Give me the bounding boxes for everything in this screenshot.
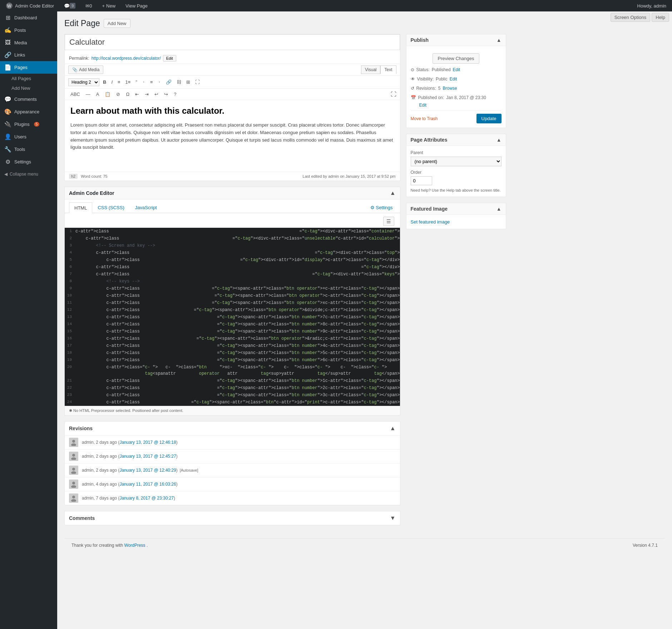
- text-color-btn[interactable]: A: [94, 90, 102, 98]
- link-btn[interactable]: 🔗: [164, 78, 174, 86]
- hr-btn[interactable]: —: [84, 90, 93, 98]
- add-new-btn[interactable]: Add New: [104, 19, 130, 28]
- sidebar-item-settings[interactable]: ⚙ Settings: [0, 156, 57, 168]
- update-btn[interactable]: Update: [476, 114, 501, 123]
- sidebar-item-links[interactable]: 🔗 Links: [0, 49, 57, 61]
- paste-btn[interactable]: 📋: [103, 90, 113, 98]
- code-tab-js[interactable]: JavaScript: [130, 202, 162, 213]
- visual-tab[interactable]: Visual: [361, 65, 380, 74]
- code-tab-html[interactable]: HTML: [69, 202, 92, 213]
- dashboard-icon: ⊞: [4, 14, 11, 21]
- comments-btn[interactable]: 💬 9: [61, 0, 78, 11]
- sidebar-item-tools[interactable]: 🔧 Tools: [0, 143, 57, 156]
- trash-link[interactable]: Move to Trash: [411, 116, 438, 121]
- set-featured-image-link[interactable]: Set featured image: [411, 219, 450, 225]
- insert-btn[interactable]: ⊞: [184, 78, 192, 86]
- revision-item: admin, 2 days ago (January 13, 2017 @ 12…: [65, 449, 400, 463]
- featured-image-collapse-btn[interactable]: ▲: [496, 206, 501, 212]
- visibility-edit-link[interactable]: Edit: [450, 77, 457, 82]
- permalink-url[interactable]: http://local.wordpress.dev/calculator/: [92, 56, 161, 61]
- svg-point-7: [71, 471, 76, 474]
- code-editor-settings-btn[interactable]: ⚙ Settings: [367, 202, 396, 213]
- admin-menu: ⊞ Dashboard ✍ Posts 🖼 Media 🔗 Links 📄 Pa…: [0, 11, 57, 629]
- publish-panel: Publish ▲ Preview Changes ⊙ Status: Publ…: [406, 34, 506, 128]
- revisions-list: admin, 2 days ago (January 13, 2017 @ 12…: [65, 435, 400, 505]
- undo-btn[interactable]: ↩: [152, 90, 160, 98]
- code-editor-collapse-btn[interactable]: ▲: [390, 190, 396, 196]
- publish-actions: Move to Trash Update: [411, 110, 501, 123]
- footer-version: Version 4.7.1: [633, 543, 658, 548]
- ordered-list-btn[interactable]: 1≡: [123, 78, 133, 86]
- sidebar-item-comments[interactable]: 💬 Comments: [0, 93, 57, 105]
- site-name[interactable]: W Admin Code Editor: [3, 0, 57, 11]
- help-toolbar-btn[interactable]: ?: [172, 90, 178, 98]
- revision-item: admin, 4 days ago (January 11, 2017 @ 16…: [65, 477, 400, 491]
- sidebar-item-appearance[interactable]: 🎨 Appearance: [0, 105, 57, 118]
- published-row: 📅 Published on: Jan 8, 2017 @ 23:30: [411, 93, 501, 102]
- collapse-menu-btn[interactable]: ◀ Collapse menu: [0, 168, 57, 180]
- unordered-list-btn[interactable]: ≡: [115, 78, 123, 86]
- blockquote-btn[interactable]: ": [133, 78, 139, 86]
- code-menu-btn[interactable]: ☰: [383, 217, 394, 226]
- order-input[interactable]: [411, 176, 432, 185]
- sidebar-item-media[interactable]: 🖼 Media: [0, 36, 57, 49]
- code-area[interactable]: 1c-attr">class="c-tag"><div c-attr">clas…: [65, 228, 400, 406]
- align-center-btn[interactable]: ≡: [148, 78, 155, 86]
- main-layout: Permalink: http://local.wordpress.dev/ca…: [64, 34, 458, 531]
- unlink-btn[interactable]: ⛓: [174, 78, 183, 86]
- screen-options-area: Screen Options Help: [608, 11, 672, 23]
- revisions-row: ↺ Revisions: 5 Browse: [411, 84, 501, 93]
- new-content-btn[interactable]: + New: [99, 0, 118, 11]
- revisions-header[interactable]: Revisions ▲: [65, 422, 400, 435]
- plugins-badge: 5: [34, 122, 40, 127]
- sidebar-item-posts[interactable]: ✍ Posts: [0, 24, 57, 36]
- messages-btn[interactable]: ✉ 0: [83, 0, 95, 11]
- howdy-label[interactable]: Howdy, admin: [634, 0, 669, 11]
- svg-point-3: [71, 443, 76, 446]
- bold-btn[interactable]: B: [101, 78, 108, 86]
- posts-icon: ✍: [4, 27, 11, 34]
- align-right-btn[interactable]: ⬝: [156, 78, 163, 86]
- revision-info: admin, 2 days ago (January 13, 2017 @ 12…: [82, 468, 198, 473]
- sidebar-item-add-new[interactable]: Add New: [0, 83, 57, 93]
- redo-btn[interactable]: ↪: [162, 90, 170, 98]
- expand-editor-btn[interactable]: ⛶: [391, 91, 396, 98]
- status-edit-link[interactable]: Edit: [453, 67, 460, 72]
- published-edit-link[interactable]: Edit: [419, 103, 427, 108]
- revisions-title: Revisions: [69, 426, 93, 431]
- comments-header[interactable]: Comments ▼: [65, 511, 400, 525]
- title-input[interactable]: [65, 34, 400, 50]
- sidebar-item-plugins[interactable]: 🔌 Plugins 5: [0, 118, 57, 131]
- clear-format-btn[interactable]: ⊘: [114, 90, 122, 98]
- svg-point-8: [72, 482, 75, 485]
- wordpress-link[interactable]: WordPress: [124, 543, 145, 548]
- preview-changes-btn[interactable]: Preview Changes: [433, 53, 480, 64]
- add-media-btn[interactable]: 📎 Add Media: [68, 65, 103, 74]
- sidebar-item-dashboard[interactable]: ⊞ Dashboard: [0, 11, 57, 24]
- editor-content[interactable]: Learn about math with this calculator. L…: [65, 100, 400, 172]
- view-page-btn[interactable]: View Page: [123, 0, 150, 11]
- browse-revisions-link[interactable]: Browse: [443, 86, 457, 91]
- code-tab-css[interactable]: CSS (SCSS): [92, 202, 129, 213]
- outdent-btn[interactable]: ⇤: [133, 90, 141, 98]
- align-left-btn[interactable]: ⬝: [140, 78, 147, 86]
- abc-btn[interactable]: ABC: [68, 90, 82, 98]
- text-tab[interactable]: Text: [380, 65, 396, 74]
- parent-select[interactable]: (no parent): [411, 157, 501, 166]
- help-btn[interactable]: Help: [652, 13, 669, 22]
- page-attributes-collapse-btn[interactable]: ▲: [496, 137, 501, 143]
- revision-avatar: [69, 466, 78, 475]
- publish-title: Publish: [411, 37, 429, 43]
- sidebar-item-pages[interactable]: 📄 Pages: [0, 61, 57, 74]
- italic-btn[interactable]: I: [109, 78, 115, 86]
- indent-btn[interactable]: ⇥: [143, 90, 151, 98]
- screen-options-btn[interactable]: Screen Options: [611, 13, 651, 22]
- sidebar-item-all-pages[interactable]: All Pages: [0, 74, 57, 83]
- fullscreen-btn[interactable]: ⛶: [193, 78, 202, 86]
- publish-collapse-btn[interactable]: ▲: [496, 37, 501, 43]
- special-char-btn[interactable]: Ω: [124, 90, 132, 98]
- sidebar-item-users[interactable]: 👤 Users: [0, 131, 57, 143]
- editor-body: Lorem ipsum dolor sit amet, consectetur …: [70, 122, 394, 151]
- permalink-edit-btn[interactable]: Edit: [163, 55, 176, 62]
- heading-select[interactable]: Heading 2Heading 1Heading 3Heading 4Para…: [68, 78, 99, 86]
